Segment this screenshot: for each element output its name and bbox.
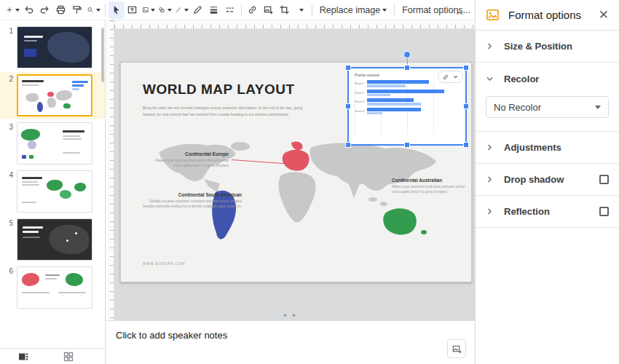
slide-canvas: WORLD MAP LAYOUT Bring the table win-win…	[106, 20, 475, 320]
speaker-notes-placeholder[interactable]: Click to add speaker notes	[116, 330, 227, 341]
reflection-checkbox[interactable]	[599, 207, 609, 216]
resize-handle-e[interactable]	[464, 104, 468, 108]
resize-handle-sw[interactable]	[346, 143, 350, 147]
format-options-panel: Format options ✕ Size & Position Recolor…	[475, 0, 619, 364]
slide-4-thumbnail[interactable]	[17, 170, 92, 213]
toolbar-separator	[241, 4, 242, 17]
chevron-down-icon	[15, 9, 20, 12]
thumb-text-line	[22, 184, 39, 186]
filmstrip-scrollbar[interactable]	[101, 28, 104, 82]
slide-intro-text[interactable]: Bring the table win-win survival strateg…	[143, 105, 314, 117]
zoom-button[interactable]	[85, 1, 102, 19]
new-slide-button[interactable]	[4, 1, 21, 19]
line-icon	[175, 4, 182, 15]
thumb-map-dot	[66, 240, 68, 242]
chevron-down-icon	[452, 74, 459, 80]
insert-link-button[interactable]	[245, 1, 261, 19]
chevron-right-icon	[486, 42, 494, 50]
resize-handle-se[interactable]	[464, 143, 468, 147]
slide-5-thumbnail[interactable]	[17, 218, 92, 261]
filmstrip-view-button[interactable]	[17, 351, 29, 363]
thumb-chart-bar	[72, 81, 88, 83]
rotation-handle[interactable]	[404, 52, 410, 58]
slide-1-number: 1	[3, 26, 13, 35]
notes-resize-handle[interactable]: ● ●	[283, 312, 297, 319]
print-button[interactable]	[53, 1, 69, 19]
undo-icon	[23, 4, 34, 15]
thumb-map-gray	[28, 141, 36, 149]
current-slide[interactable]: WORLD MAP LAYOUT Bring the table win-win…	[120, 62, 472, 282]
section-adjustments[interactable]: Adjustments	[476, 132, 619, 164]
section-size-position[interactable]: Size & Position	[476, 31, 619, 63]
mask-image-button[interactable]	[293, 1, 309, 19]
linked-chart-options[interactable]	[438, 71, 463, 83]
resize-handle-n[interactable]	[405, 66, 409, 70]
slide-title[interactable]: WORLD MAP LAYOUT	[143, 82, 295, 98]
chevron-right-icon	[486, 175, 494, 183]
callout-south-body: Globally incubate standards compliant ch…	[141, 199, 242, 209]
replace-image-button[interactable]: Replace image	[315, 1, 391, 19]
resize-handle-w[interactable]	[346, 104, 350, 108]
border-weight-button[interactable]	[206, 1, 222, 19]
thumb-text-line	[63, 152, 80, 154]
callout-aus-title: Continental Australian	[392, 178, 468, 183]
thumb-text-line	[22, 292, 50, 293]
continent-central-america	[204, 179, 220, 192]
select-tool-button[interactable]	[109, 1, 125, 19]
callout-south-america[interactable]: Continental South American Globally incu…	[141, 192, 242, 209]
crop-icon	[279, 4, 290, 15]
toolbar-separator	[312, 4, 312, 17]
border-dash-button[interactable]	[222, 1, 238, 19]
paint-format-button[interactable]	[69, 1, 85, 19]
continent-greenland	[231, 142, 250, 151]
callout-south-title: Continental South American	[141, 192, 242, 197]
slide-3-thumbnail[interactable]	[17, 122, 92, 165]
slide-1-thumbnail[interactable]	[17, 26, 92, 68]
slide-4-row: 4	[0, 168, 105, 215]
chevron-down-icon	[382, 9, 387, 12]
section-drop-shadow[interactable]: Drop shadow	[476, 164, 619, 196]
pencil-icon	[192, 4, 203, 15]
recolor-dropdown[interactable]: No Recolor	[486, 96, 609, 118]
thumb-text-line	[22, 181, 38, 183]
redo-button[interactable]	[37, 1, 53, 19]
drop-shadow-checkbox[interactable]	[599, 175, 609, 184]
view-toggle-bar	[0, 348, 106, 364]
slide-6-thumbnail[interactable]	[17, 266, 92, 309]
crop-button[interactable]	[277, 1, 293, 19]
insert-shape-button[interactable]	[157, 1, 173, 19]
slide-2-thumbnail[interactable]	[17, 74, 92, 116]
google-slides-app: Replace image Format options... 1 2	[0, 0, 619, 364]
thumb-map-dot	[75, 232, 77, 234]
hide-menus-button[interactable]	[452, 4, 468, 22]
resize-handle-nw[interactable]	[346, 66, 350, 70]
resize-handle-ne[interactable]	[464, 66, 468, 70]
selected-chart[interactable]: Points scored Team 1Team 2Team 3Team 4	[349, 68, 465, 144]
add-image-button[interactable]	[447, 339, 466, 358]
insert-line-button[interactable]	[173, 1, 190, 19]
thumb-title-line	[22, 80, 44, 82]
close-icon[interactable]: ✕	[599, 9, 609, 21]
toolbar-separator	[394, 4, 395, 17]
border-color-button[interactable]	[190, 1, 206, 19]
section-recolor[interactable]: Recolor	[476, 63, 619, 95]
text-box-button[interactable]	[125, 1, 141, 19]
insert-image-button[interactable]	[141, 1, 157, 19]
main-toolbar: Replace image Format options...	[0, 0, 475, 20]
undo-button[interactable]	[21, 1, 37, 19]
section-reflection[interactable]: Reflection	[476, 196, 619, 228]
continent-india	[348, 182, 360, 198]
speaker-notes-area: Click to add speaker notes	[106, 320, 475, 364]
replace-image-icon-button[interactable]	[261, 1, 277, 19]
grid-view-button[interactable]	[63, 351, 74, 363]
callout-australia[interactable]: Continental Australian Make a type speci…	[392, 178, 468, 194]
thumb-map-green	[21, 129, 40, 141]
slide-website[interactable]: WWW.EUROPA.COM	[143, 262, 185, 266]
text-box-icon	[127, 4, 138, 15]
resize-handle-s[interactable]	[405, 143, 409, 147]
callout-europe[interactable]: Continental Europe Make a type specimen …	[150, 151, 229, 168]
island-sea	[380, 202, 387, 206]
thumb-text-line	[63, 135, 80, 137]
shape-icon	[158, 4, 165, 15]
callout-aus-body: Make a type specimen book amet unknown p…	[392, 184, 468, 194]
